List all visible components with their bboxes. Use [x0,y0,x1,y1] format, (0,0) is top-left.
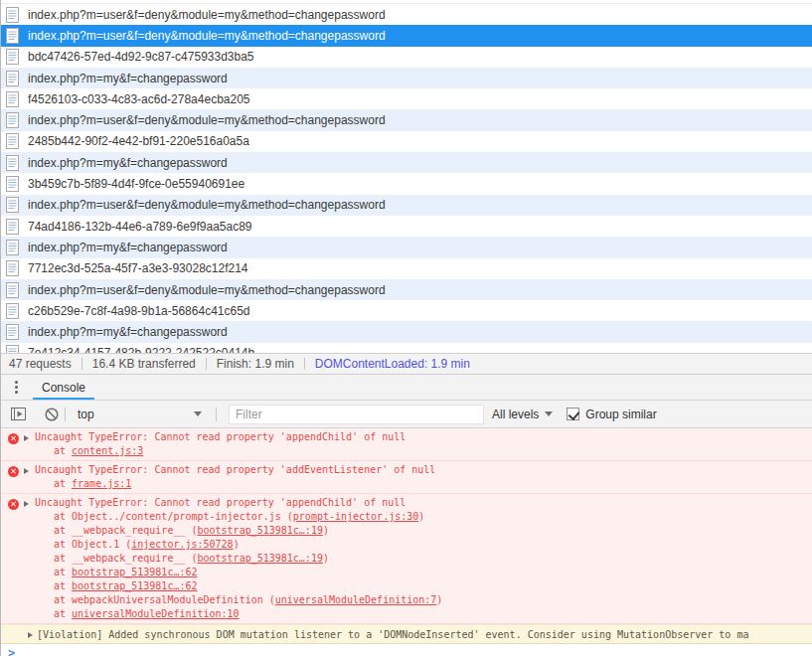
toolbar-divider [65,408,66,421]
expand-triangle-icon[interactable] [24,435,29,441]
stack-frame: at frame.js:1 [54,477,812,491]
expand-triangle-icon[interactable] [24,468,29,474]
stack-frame-link[interactable]: prompt-injector.js:30 [293,511,418,522]
document-icon [6,282,19,298]
console-messages: Uncaught TypeError: Cannot read property… [1,428,812,656]
request-name: index.php?m=my&f=changepassword [28,72,228,85]
log-levels-selector[interactable]: All levels [492,408,553,421]
stack-frame: at webpackUniversalModuleDefinition (uni… [54,593,812,607]
document-icon [6,155,19,171]
summary-divider [206,358,207,370]
console-sidebar-toggle-icon[interactable] [11,408,26,420]
request-name: index.php?m=user&f=deny&module=my&method… [28,283,386,297]
request-name: 74ad4186-132b-44e6-a789-6e9f9aa5ac89 [28,220,252,234]
context-selector-value: top [78,408,94,421]
network-request-row[interactable]: bdc47426-57ed-4d92-9c87-c475933d3ba5 [1,47,812,68]
network-summary-bar: 47 requests 16.4 KB transferred Finish: … [1,353,812,375]
stack-frame: at content.js:3 [54,444,812,458]
chevron-down-icon [545,411,553,416]
console-error-message: Uncaught TypeError: Cannot read property… [1,494,812,624]
document-icon [6,324,19,340]
network-request-row[interactable]: index.php?m=my&f=changepassword [1,152,812,173]
log-levels-value: All levels [492,408,539,421]
request-name: index.php?m=my&f=changepassword [28,325,228,339]
console-filter-input[interactable] [229,405,484,424]
console-violation-message: [Violation] Added synchronous DOM mutati… [1,624,812,644]
request-name: index.php?m=user&f=deny&module=my&method… [28,113,386,127]
network-request-row[interactable]: index.php?m=user&f=deny&module=my&method… [1,279,812,300]
document-icon [6,303,19,319]
network-request-list: index.php?m=user&f=deny&module=my&method… [1,0,812,353]
network-request-row[interactable]: index.php?m=my&f=changepassword [1,321,812,342]
stack-frame-link[interactable]: bootstrap_513981c…:62 [72,580,197,591]
message-text: [Violation] Added synchronous DOM mutati… [37,625,812,644]
error-icon [8,499,19,510]
stack-frame: at __webpack_require__ (bootstrap_513981… [54,552,812,566]
document-icon [6,7,19,23]
context-selector[interactable]: top [72,401,210,427]
console-prompt-chevron: > [8,646,15,656]
document-icon [6,49,19,65]
stack-frame-link[interactable]: bootstrap_513981c…:19 [198,553,323,564]
stack-frame-link[interactable]: universalModuleDefinition:7 [275,594,437,605]
request-name: c26b529e-7c8f-4a98-9b1a-56864c41c65d [28,304,250,318]
document-icon [6,345,19,353]
network-request-row[interactable]: 7e412c34-4157-482b-9222-242522c0414b [1,343,812,353]
drawer-tab-bar: Console [1,375,812,401]
network-request-row[interactable]: 7712ec3d-525a-45f7-a3e3-93028c12f214 [1,258,812,279]
stack-frame-link[interactable]: frame.js:1 [72,478,131,489]
stack-frame-link[interactable]: injector.js:50728 [131,539,233,550]
toolbar-divider [216,408,217,421]
summary-divider [304,358,305,370]
stack-frame-text: ) [323,553,329,564]
network-request-row[interactable]: index.php?m=user&f=deny&module=my&method… [1,4,812,25]
clear-console-icon[interactable] [45,408,59,421]
group-similar-checkbox[interactable] [567,408,579,420]
requests-count: 47 requests [9,357,72,371]
stack-frame-link[interactable]: universalModuleDefinition:10 [72,608,240,619]
chevron-down-icon [194,411,202,416]
network-request-row[interactable]: index.php?m=user&f=deny&module=my&method… [1,25,812,46]
network-request-row[interactable]: f4526103-c033-4c83-ac6d-278a4ecba205 [1,88,812,109]
network-request-row[interactable]: index.php?m=user&f=deny&module=my&method… [1,109,812,130]
stack-frame-link[interactable]: bootstrap_513981c…:19 [198,525,323,536]
request-name: index.php?m=user&f=deny&module=my&method… [28,8,386,22]
network-request-row[interactable]: index.php?m=user&f=deny&module=my&method… [1,195,812,216]
stack-frame-text: ) [323,525,329,536]
document-icon [6,219,19,235]
request-name: 7e412c34-4157-482b-9222-242522c0414b [28,346,254,353]
stack-frame-text: at [54,445,72,456]
expand-triangle-icon[interactable] [28,632,33,638]
network-request-row[interactable]: 2485b442-90f2-4e42-bf91-220e516a0a5a [1,131,812,152]
stack-frame: at Object../content/prompt-injector.js (… [54,510,812,524]
stack-frame-link[interactable]: bootstrap_513981c…:62 [72,567,197,577]
stack-frame-text: at [54,567,72,577]
drawer-menu-icon[interactable] [15,375,19,400]
stack-frame: at Object.1 (injector.js:50728) [54,538,812,552]
document-icon [6,28,19,44]
message-text: Uncaught TypeError: Cannot read property… [35,430,812,444]
request-name: index.php?m=user&f=deny&module=my&method… [28,198,386,212]
stack-frame: at __webpack_require__ (bootstrap_513981… [54,524,812,538]
stack-frame: at universalModuleDefinition:10 [54,607,812,621]
network-request-row[interactable]: 74ad4186-132b-44e6-a789-6e9f9aa5ac89 [1,216,812,237]
stack-frame: at bootstrap_513981c…:62 [54,566,812,579]
request-name: 3b459c7b-5f89-4d4f-9fce-0e55940691ee [28,177,244,191]
document-icon [6,133,19,149]
tab-console[interactable]: Console [33,375,94,400]
error-icon [8,433,19,444]
stack-frame-link[interactable]: content.js:3 [72,445,143,456]
network-request-row[interactable]: index.php?m=my&f=changepassword [1,237,812,257]
stack-frame-text: at Object.1 ( [54,539,131,550]
expand-triangle-icon[interactable] [24,501,29,507]
console-prompt-row[interactable]: > [1,644,812,656]
request-name: 7712ec3d-525a-45f7-a3e3-93028c12f214 [28,261,248,275]
request-name: index.php?m=user&f=deny&module=my&method… [28,29,386,43]
message-text: Uncaught TypeError: Cannot read property… [35,463,812,477]
network-request-row[interactable]: c26b529e-7c8f-4a98-9b1a-56864c41c65d [1,300,812,321]
network-request-row[interactable]: index.php?m=my&f=changepassword [1,68,812,88]
stack-frame-text: at __webpack_require__ ( [54,525,198,536]
error-icon [8,466,19,477]
request-name: 2485b442-90f2-4e42-bf91-220e516a0a5a [28,134,249,148]
network-request-row[interactable]: 3b459c7b-5f89-4d4f-9fce-0e55940691ee [1,173,812,194]
